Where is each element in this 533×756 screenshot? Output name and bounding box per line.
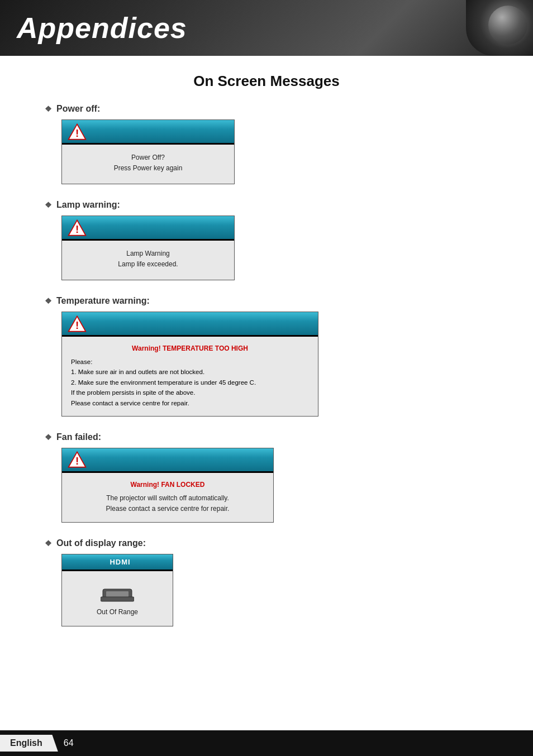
- diamond-icon: ❖: [45, 296, 52, 305]
- page-title: On Screen Messages: [45, 73, 488, 90]
- section-power-off: ❖ Power off: ! Power Off? Press Power ke…: [45, 104, 488, 184]
- fan-failed-content: The projector will switch off automatica…: [71, 493, 264, 514]
- lamp-warning-text: Lamp Warning Lamp life exceeded.: [71, 248, 225, 270]
- temperature-warning-content: Please: 1. Make sure air in and outlets …: [71, 357, 309, 408]
- svg-rect-10: [101, 597, 134, 601]
- temperature-warning-title: Warning! TEMPERATURE TOO HIGH: [71, 344, 309, 352]
- power-off-box: ! Power Off? Press Power key again: [61, 119, 235, 184]
- out-of-range-box: HDMI Out Of Range: [61, 554, 173, 626]
- fan-failed-box: ! Warning! FAN LOCKED The projector will…: [61, 448, 274, 523]
- section-out-of-range: ❖ Out of display range: HDMI Out Of Rang…: [45, 538, 488, 626]
- out-of-range-body: Out Of Range: [62, 571, 173, 625]
- svg-text:!: !: [75, 223, 79, 235]
- temperature-warning-header: !: [62, 312, 318, 337]
- diamond-icon: ❖: [45, 104, 52, 113]
- out-of-range-header: HDMI: [62, 554, 173, 571]
- power-off-header: !: [62, 120, 234, 145]
- hdmi-label: HDMI: [110, 558, 130, 566]
- section-label-out-of-range: ❖ Out of display range:: [45, 538, 488, 548]
- fan-failed-header: !: [62, 448, 273, 473]
- temperature-warning-box: ! Warning! TEMPERATURE TOO HIGH Please: …: [61, 312, 318, 417]
- main-content: On Screen Messages ❖ Power off: ! Power …: [0, 56, 533, 664]
- header-title: Appendices: [17, 11, 187, 45]
- hdmi-icon: [71, 587, 164, 602]
- svg-text:!: !: [75, 127, 79, 139]
- footer-page-number: 64: [64, 738, 74, 748]
- section-temperature-warning: ❖ Temperature warning: ! Warning! TEMPER…: [45, 296, 488, 417]
- svg-rect-9: [106, 591, 129, 597]
- warning-triangle-icon: !: [68, 450, 87, 469]
- page-footer: English 64: [0, 730, 533, 756]
- diamond-icon: ❖: [45, 433, 52, 442]
- section-lamp-warning: ❖ Lamp warning: ! Lamp Warning Lamp life…: [45, 200, 488, 280]
- power-off-text: Power Off? Press Power key again: [71, 152, 225, 174]
- lamp-warning-body: Lamp Warning Lamp life exceeded.: [62, 241, 234, 280]
- fan-failed-title: Warning! FAN LOCKED: [71, 481, 264, 489]
- section-label-lamp: ❖ Lamp warning:: [45, 200, 488, 210]
- section-label-power-off: ❖ Power off:: [45, 104, 488, 114]
- section-fan-failed: ❖ Fan failed: ! Warning! FAN LOCKED The …: [45, 432, 488, 523]
- temperature-warning-body: Warning! TEMPERATURE TOO HIGH Please: 1.…: [62, 337, 318, 416]
- fan-failed-body: Warning! FAN LOCKED The projector will s…: [62, 473, 273, 522]
- warning-triangle-icon: !: [68, 122, 87, 141]
- section-label-fan: ❖ Fan failed:: [45, 432, 488, 442]
- out-of-range-text: Out Of Range: [71, 607, 164, 618]
- svg-text:!: !: [75, 456, 79, 467]
- warning-triangle-icon: !: [68, 314, 87, 333]
- page-header: Appendices: [0, 0, 533, 56]
- lens-decoration: [466, 0, 533, 56]
- power-off-body: Power Off? Press Power key again: [62, 145, 234, 184]
- lamp-warning-box: ! Lamp Warning Lamp life exceeded.: [61, 216, 235, 280]
- footer-language: English: [0, 735, 58, 752]
- svg-text:!: !: [75, 319, 79, 331]
- section-label-temperature: ❖ Temperature warning:: [45, 296, 488, 306]
- lamp-warning-header: !: [62, 216, 234, 241]
- diamond-icon: ❖: [45, 539, 52, 548]
- warning-triangle-icon: !: [68, 218, 87, 237]
- diamond-icon: ❖: [45, 200, 52, 209]
